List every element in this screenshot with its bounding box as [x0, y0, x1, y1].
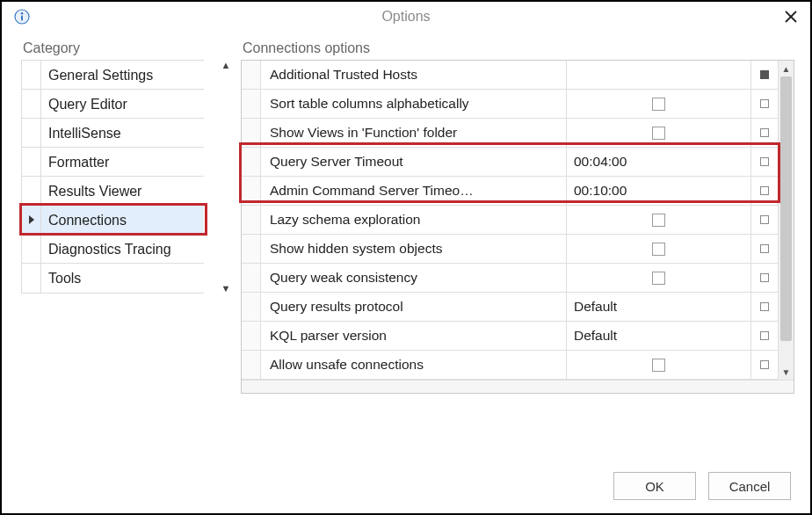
cancel-button[interactable]: Cancel — [708, 472, 791, 500]
row-gutter — [242, 206, 261, 234]
sidebar-item-tools[interactable]: Tools — [22, 264, 204, 293]
scroll-up-icon[interactable]: ▲ — [779, 61, 794, 76]
option-name: Lazy schema exploration — [261, 206, 567, 234]
sidebar-item-general-settings[interactable]: General Settings — [22, 61, 204, 90]
scrollbar-thumb[interactable] — [780, 76, 792, 341]
close-button[interactable] — [779, 4, 803, 29]
option-value[interactable] — [567, 235, 751, 263]
option-row[interactable]: Additional Trusted Hosts — [242, 61, 778, 90]
category-gutter — [22, 264, 41, 293]
svg-point-1 — [21, 12, 24, 15]
checkbox[interactable] — [652, 243, 665, 256]
dialog-footer: OK Cancel — [2, 459, 810, 513]
dirty-box-icon — [760, 215, 769, 224]
sidebar-item-label: Diagnostics Tracing — [41, 235, 204, 264]
option-value-text: Default — [574, 328, 617, 344]
dirty-box-icon — [760, 70, 769, 79]
option-row[interactable]: Query weak consistency — [242, 264, 778, 293]
option-row[interactable]: Show hidden system objects — [242, 235, 778, 264]
checkbox[interactable] — [652, 98, 665, 111]
option-row[interactable]: Query Server Timeout00:04:00 — [242, 148, 778, 177]
option-name: Additional Trusted Hosts — [261, 61, 567, 89]
row-gutter — [242, 293, 261, 321]
close-icon — [785, 11, 797, 23]
row-gutter — [242, 351, 261, 379]
scroll-down-icon[interactable]: ▼ — [221, 283, 231, 294]
option-row[interactable]: Lazy schema exploration — [242, 206, 778, 235]
category-gutter — [22, 206, 41, 234]
option-row[interactable]: KQL parser versionDefault — [242, 322, 778, 351]
dirty-indicator — [751, 206, 778, 234]
option-row[interactable]: Admin Command Server Timeo…00:10:00 — [242, 177, 778, 206]
checkbox[interactable] — [652, 272, 665, 285]
option-name: Show hidden system objects — [261, 235, 567, 263]
category-gutter — [22, 177, 41, 205]
caret-right-icon — [29, 215, 34, 224]
category-scrollbar[interactable]: ▲ ▼ — [218, 60, 234, 294]
option-value-text: 00:10:00 — [574, 183, 627, 199]
info-icon — [14, 9, 30, 25]
dirty-indicator — [751, 264, 778, 292]
checkbox[interactable] — [652, 359, 665, 372]
option-value[interactable] — [567, 264, 751, 292]
options-grid-footer — [242, 380, 794, 393]
sidebar-item-diagnostics-tracing[interactable]: Diagnostics Tracing — [22, 235, 204, 264]
dirty-box-icon — [760, 99, 769, 108]
option-value[interactable] — [567, 119, 751, 147]
row-gutter — [242, 61, 261, 89]
scroll-up-icon[interactable]: ▲ — [221, 60, 231, 70]
option-value[interactable]: 00:04:00 — [567, 148, 751, 176]
sidebar-item-connections[interactable]: Connections — [22, 206, 204, 235]
sidebar-item-label: Query Editor — [41, 90, 204, 119]
dirty-indicator — [751, 293, 778, 321]
option-name: Show Views in 'Function' folder — [261, 119, 567, 147]
category-list[interactable]: General SettingsQuery EditorIntelliSense… — [21, 60, 204, 294]
dirty-box-icon — [760, 331, 769, 340]
sidebar-item-query-editor[interactable]: Query Editor — [22, 90, 204, 119]
checkbox[interactable] — [652, 127, 665, 140]
options-label: Connections options — [241, 40, 794, 56]
ok-button[interactable]: OK — [613, 472, 696, 500]
sidebar-item-results-viewer[interactable]: Results Viewer — [22, 177, 204, 206]
category-gutter — [22, 119, 41, 147]
options-scrollbar[interactable]: ▲ ▼ — [778, 61, 794, 380]
category-label: Category — [21, 40, 218, 56]
row-gutter — [242, 177, 261, 205]
options-dialog: Options Category General SettingsQuery E… — [0, 0, 812, 515]
dirty-indicator — [751, 322, 778, 350]
option-row[interactable]: Show Views in 'Function' folder — [242, 119, 778, 148]
row-gutter — [242, 235, 261, 263]
category-gutter — [22, 90, 41, 118]
option-value[interactable]: 00:10:00 — [567, 177, 751, 205]
dirty-box-icon — [760, 273, 769, 282]
titlebar: Options — [2, 2, 810, 32]
options-grid: Additional Trusted HostsSort table colum… — [241, 60, 794, 394]
option-value[interactable] — [567, 90, 751, 118]
scroll-down-icon[interactable]: ▼ — [779, 364, 794, 380]
option-value[interactable] — [567, 351, 751, 379]
option-value[interactable] — [567, 206, 751, 234]
option-value[interactable]: Default — [567, 322, 751, 350]
checkbox[interactable] — [652, 214, 665, 227]
option-row[interactable]: Sort table columns alphabetically — [242, 90, 778, 119]
option-name: Query Server Timeout — [261, 148, 567, 176]
dirty-indicator — [751, 61, 778, 89]
svg-rect-2 — [21, 16, 23, 21]
row-gutter — [242, 90, 261, 118]
sidebar-item-formatter[interactable]: Formatter — [22, 148, 204, 177]
sidebar-item-label: Results Viewer — [41, 177, 204, 206]
option-value[interactable]: Default — [567, 293, 751, 321]
row-gutter — [242, 264, 261, 292]
dirty-indicator — [751, 177, 778, 205]
option-value[interactable] — [567, 61, 751, 89]
option-name: Admin Command Server Timeo… — [261, 177, 567, 205]
window-title: Options — [2, 9, 810, 25]
option-row[interactable]: Allow unsafe connections — [242, 351, 778, 380]
option-row[interactable]: Query results protocolDefault — [242, 293, 778, 322]
dirty-box-icon — [760, 186, 769, 195]
dirty-indicator — [751, 90, 778, 118]
sidebar-item-intellisense[interactable]: IntelliSense — [22, 119, 204, 148]
row-gutter — [242, 322, 261, 350]
options-grid-body[interactable]: Additional Trusted HostsSort table colum… — [242, 61, 778, 380]
option-name: Allow unsafe connections — [261, 351, 567, 379]
